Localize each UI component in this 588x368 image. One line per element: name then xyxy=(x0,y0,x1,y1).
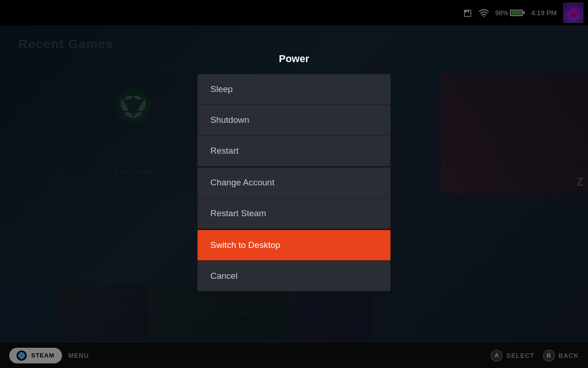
power-dialog: Power Sleep Shutdown Restart Change Acco… xyxy=(198,48,390,291)
menu-item-cancel[interactable]: Cancel xyxy=(198,261,390,291)
dialog-title: Power xyxy=(198,48,390,69)
menu-item-shutdown[interactable]: Shutdown xyxy=(198,105,390,136)
menu-item-restart-steam[interactable]: Restart Steam xyxy=(198,198,390,229)
menu-item-change-account[interactable]: Change Account xyxy=(198,167,390,198)
menu-item-switch-desktop[interactable]: Switch to Desktop xyxy=(198,229,390,261)
menu-item-restart[interactable]: Restart xyxy=(198,136,390,167)
menu-item-sleep[interactable]: Sleep xyxy=(198,74,390,105)
power-menu-list: Sleep Shutdown Restart Change Account Re… xyxy=(198,74,390,291)
